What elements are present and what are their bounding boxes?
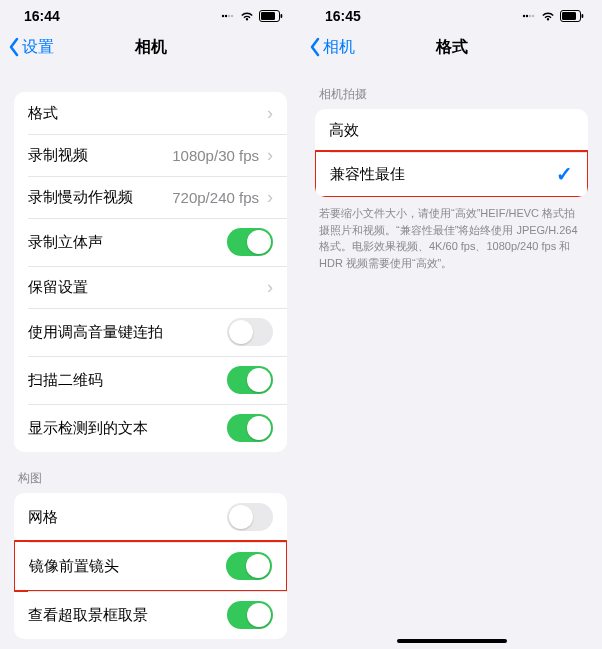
svg-rect-12 bbox=[562, 12, 576, 20]
toggle-view-outside-frame[interactable] bbox=[227, 601, 273, 629]
battery-icon bbox=[560, 10, 584, 22]
settings-group-composition: 网格 镜像前置镜头 查看超取景框取景 bbox=[14, 493, 287, 639]
row-detail: 1080p/30 fps bbox=[172, 147, 259, 164]
back-label: 相机 bbox=[323, 37, 355, 58]
battery-icon bbox=[259, 10, 283, 22]
row-stereo: 录制立体声 bbox=[14, 218, 287, 266]
row-preserve[interactable]: 保留设置 › bbox=[14, 266, 287, 308]
svg-point-1 bbox=[225, 15, 227, 17]
formats-group: 高效 兼容性最佳 ✓ bbox=[315, 109, 588, 197]
chevron-right-icon: › bbox=[267, 278, 273, 296]
status-icons bbox=[522, 10, 584, 22]
nav-bar: 设置 相机 bbox=[0, 26, 301, 68]
toggle-stereo[interactable] bbox=[227, 228, 273, 256]
back-button[interactable]: 设置 bbox=[8, 37, 54, 58]
row-label: 显示检测到的文本 bbox=[28, 419, 148, 438]
chevron-left-icon bbox=[309, 37, 321, 57]
svg-rect-13 bbox=[582, 14, 584, 18]
status-bar: 16:44 bbox=[0, 6, 301, 26]
wifi-icon bbox=[239, 11, 255, 22]
svg-rect-5 bbox=[261, 12, 275, 20]
toggle-qr[interactable] bbox=[227, 366, 273, 394]
dots-icon bbox=[221, 11, 235, 21]
svg-point-3 bbox=[231, 15, 233, 17]
row-volume-burst: 使用调高音量键连拍 bbox=[14, 308, 287, 356]
row-high-efficiency[interactable]: 高效 bbox=[315, 109, 588, 151]
row-record-slomo[interactable]: 录制慢动作视频 720p/240 fps› bbox=[14, 176, 287, 218]
row-formats[interactable]: 格式 › bbox=[14, 92, 287, 134]
svg-point-10 bbox=[532, 15, 534, 17]
svg-point-2 bbox=[228, 15, 230, 17]
status-bar: 16:45 bbox=[301, 6, 602, 26]
row-label: 使用调高音量键连拍 bbox=[28, 323, 163, 342]
checkmark-icon: ✓ bbox=[556, 162, 573, 186]
row-view-outside-frame: 查看超取景框取景 bbox=[14, 591, 287, 639]
row-grid: 网格 bbox=[14, 493, 287, 541]
group-header-camera-capture: 相机拍摄 bbox=[315, 68, 588, 109]
row-label: 高效 bbox=[329, 121, 359, 140]
chevron-right-icon: › bbox=[267, 104, 273, 122]
row-label: 兼容性最佳 bbox=[330, 165, 405, 184]
chevron-right-icon: › bbox=[267, 146, 273, 164]
toggle-detected-text[interactable] bbox=[227, 414, 273, 442]
row-detail: 720p/240 fps bbox=[172, 189, 259, 206]
camera-settings-screen: 16:44 设置 相机 格式 › 录制视频 1080p/30 fps› 录制慢动… bbox=[0, 0, 301, 649]
toggle-grid[interactable] bbox=[227, 503, 273, 531]
row-label: 查看超取景框取景 bbox=[28, 606, 148, 625]
nav-bar: 相机 格式 bbox=[301, 26, 602, 68]
chevron-right-icon: › bbox=[267, 188, 273, 206]
wifi-icon bbox=[540, 11, 556, 22]
row-most-compatible[interactable]: 兼容性最佳 ✓ bbox=[315, 150, 588, 197]
row-label: 录制慢动作视频 bbox=[28, 188, 133, 207]
status-time: 16:44 bbox=[24, 8, 60, 24]
group-header-composition: 构图 bbox=[14, 452, 287, 493]
row-label: 镜像前置镜头 bbox=[29, 557, 119, 576]
row-record-video[interactable]: 录制视频 1080p/30 fps› bbox=[14, 134, 287, 176]
back-button[interactable]: 相机 bbox=[309, 37, 355, 58]
row-label: 格式 bbox=[28, 104, 58, 123]
back-label: 设置 bbox=[22, 37, 54, 58]
content: 格式 › 录制视频 1080p/30 fps› 录制慢动作视频 720p/240… bbox=[0, 68, 301, 649]
dots-icon bbox=[522, 11, 536, 21]
status-time: 16:45 bbox=[325, 8, 361, 24]
svg-point-7 bbox=[523, 15, 525, 17]
row-label: 录制立体声 bbox=[28, 233, 103, 252]
status-icons bbox=[221, 10, 283, 22]
group-footer-formats: 若要缩小文件大小，请使用“高效”HEIF/HEVC 格式拍摄照片和视频。“兼容性… bbox=[315, 197, 588, 271]
row-label: 扫描二维码 bbox=[28, 371, 103, 390]
settings-group-1: 格式 › 录制视频 1080p/30 fps› 录制慢动作视频 720p/240… bbox=[14, 92, 287, 452]
svg-point-8 bbox=[526, 15, 528, 17]
svg-point-0 bbox=[222, 15, 224, 17]
toggle-volume-burst[interactable] bbox=[227, 318, 273, 346]
row-label: 网格 bbox=[28, 508, 58, 527]
row-mirror-front: 镜像前置镜头 bbox=[14, 540, 287, 592]
row-qr: 扫描二维码 bbox=[14, 356, 287, 404]
chevron-left-icon bbox=[8, 37, 20, 57]
content: 相机拍摄 高效 兼容性最佳 ✓ 若要缩小文件大小，请使用“高效”HEIF/HEV… bbox=[301, 68, 602, 649]
toggle-mirror-front[interactable] bbox=[226, 552, 272, 580]
svg-point-9 bbox=[529, 15, 531, 17]
home-indicator[interactable] bbox=[397, 639, 507, 643]
row-label: 保留设置 bbox=[28, 278, 88, 297]
group-header-photo-capture: 照片拍摄 bbox=[14, 639, 287, 649]
formats-screen: 16:45 相机 格式 相机拍摄 高效 兼容性最佳 ✓ 若要缩小文件大小，请使用… bbox=[301, 0, 602, 649]
row-detected-text: 显示检测到的文本 bbox=[14, 404, 287, 452]
row-label: 录制视频 bbox=[28, 146, 88, 165]
svg-rect-6 bbox=[281, 14, 283, 18]
